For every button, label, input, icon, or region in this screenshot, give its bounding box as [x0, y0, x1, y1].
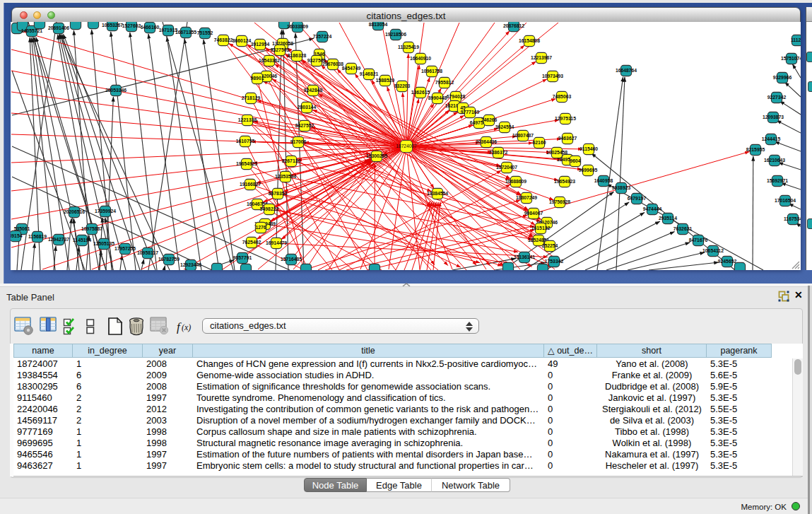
svg-text:832203: 832203 [394, 83, 411, 88]
svg-text:19756928: 19756928 [549, 199, 570, 204]
svg-text:9699695: 9699695 [579, 168, 598, 173]
svg-text:3624554: 3624554 [495, 124, 514, 129]
svg-text:10973493: 10973493 [542, 74, 563, 78]
svg-text:252254: 252254 [542, 243, 558, 248]
svg-text:18724007: 18724007 [396, 144, 417, 148]
svg-text:7357224: 7357224 [313, 34, 332, 39]
svg-text:19654923: 19654923 [554, 179, 575, 184]
svg-text:20206516: 20206516 [64, 209, 85, 214]
svg-text:1145194: 1145194 [73, 238, 91, 243]
svg-text:(x): (x) [182, 322, 191, 332]
svg-text:f: f [177, 320, 182, 334]
svg-text:12213967: 12213967 [531, 55, 552, 60]
svg-text:10961758: 10961758 [421, 69, 442, 74]
svg-text:9777169: 9777169 [461, 110, 480, 115]
svg-text:1221338: 1221338 [238, 117, 257, 122]
svg-text:7625402: 7625402 [242, 240, 261, 245]
svg-text:29676038: 29676038 [322, 62, 343, 66]
svg-text:19654925: 19654925 [236, 161, 257, 166]
svg-text:10975887: 10975887 [81, 226, 102, 231]
svg-text:16640910: 16640910 [410, 56, 431, 61]
svg-text:18300295: 18300295 [366, 153, 387, 158]
svg-text:1156819: 1156819 [28, 234, 47, 239]
svg-text:1615132: 1615132 [531, 226, 551, 230]
svg-text:8267130: 8267130 [282, 158, 301, 163]
svg-text:12942737: 12942737 [48, 237, 69, 242]
svg-text:16782759: 16782759 [158, 257, 180, 262]
svg-text:12505135: 12505135 [93, 241, 114, 246]
svg-text:9857791: 9857791 [233, 255, 252, 260]
svg-text:16543362: 16543362 [259, 58, 280, 63]
svg-text:18807249: 18807249 [516, 195, 537, 200]
svg-text:7485063: 7485063 [553, 94, 572, 99]
svg-text:9242848: 9242848 [304, 88, 323, 93]
svg-text:6479197: 6479197 [628, 196, 647, 201]
svg-text:16210643: 16210643 [764, 158, 785, 163]
svg-text:746266: 746266 [481, 117, 498, 122]
svg-text:9115460: 9115460 [579, 146, 598, 151]
svg-text:1527602: 1527602 [122, 23, 141, 28]
svg-text:751552: 751552 [197, 30, 213, 35]
svg-text:7463822: 7463822 [214, 37, 233, 42]
svg-text:9474444: 9474444 [643, 206, 662, 211]
svg-text:1244415: 1244415 [762, 136, 781, 141]
svg-text:98901: 98901 [251, 76, 264, 81]
svg-text:10653267: 10653267 [102, 23, 123, 28]
svg-text:1640958: 1640958 [594, 178, 613, 183]
svg-text:16154808: 16154808 [519, 38, 540, 43]
svg-text:15751074: 15751074 [781, 56, 801, 61]
svg-text:10807487: 10807487 [512, 133, 534, 138]
svg-text:7386372: 7386372 [489, 150, 508, 155]
svg-text:5498222: 5498222 [260, 206, 279, 211]
svg-text:11120: 11120 [791, 37, 801, 42]
svg-text:15720407: 15720407 [496, 165, 517, 170]
svg-text:10688609: 10688609 [505, 179, 526, 184]
svg-text:20876812: 20876812 [503, 23, 524, 28]
svg-text:2803144: 2803144 [298, 105, 317, 110]
svg-text:2935114: 2935114 [659, 216, 677, 221]
svg-text:17016504: 17016504 [775, 198, 796, 203]
svg-text:62160: 62160 [533, 140, 546, 145]
svg-text:1276: 1276 [255, 225, 266, 230]
svg-text:8215955: 8215955 [746, 147, 765, 152]
svg-text:6466160: 6466160 [141, 25, 160, 30]
svg-text:15136141: 15136141 [514, 255, 535, 259]
svg-text:19166827: 19166827 [240, 182, 261, 187]
svg-text:16914479: 16914479 [266, 240, 287, 245]
svg-text:7632621: 7632621 [673, 226, 693, 231]
svg-text:20364436: 20364436 [476, 139, 497, 144]
svg-text:3912954: 3912954 [251, 42, 270, 47]
svg-text:9327503: 9327503 [271, 47, 290, 52]
svg-text:19218506: 19218506 [385, 32, 406, 37]
svg-text:8454749: 8454749 [342, 66, 361, 71]
svg-text:917006: 917006 [290, 139, 307, 144]
svg-text:8471676: 8471676 [689, 238, 708, 243]
svg-text:8990448: 8990448 [428, 95, 447, 100]
svg-text:1610755: 1610755 [236, 139, 255, 144]
svg-text:9227342: 9227342 [767, 95, 787, 100]
svg-text:1167534: 1167534 [784, 216, 801, 221]
svg-text:10654112: 10654112 [702, 248, 724, 253]
svg-text:15692971: 15692971 [767, 178, 788, 183]
svg-text:12093873: 12093873 [763, 115, 784, 119]
svg-text:8813054: 8813054 [369, 22, 388, 27]
svg-text:17359924: 17359924 [95, 209, 116, 214]
svg-text:15716485: 15716485 [281, 257, 302, 262]
svg-text:1588520: 1588520 [376, 78, 395, 83]
svg-text:12353594: 12353594 [275, 174, 296, 179]
svg-text:9245652: 9245652 [718, 259, 737, 264]
svg-text:20053346: 20053346 [105, 88, 126, 93]
svg-text:9604: 9604 [570, 158, 580, 163]
svg-text:12923446: 12923446 [180, 262, 201, 267]
svg-text:14055721: 14055721 [21, 28, 42, 33]
svg-text:11325419: 11325419 [398, 45, 419, 49]
svg-text:9146821: 9146821 [360, 71, 379, 76]
svg-text:16671355: 16671355 [175, 30, 196, 35]
svg-text:2718129: 2718129 [242, 95, 261, 100]
svg-text:8660124: 8660124 [233, 38, 252, 43]
svg-text:7955812: 7955812 [435, 80, 454, 85]
svg-text:17957255: 17957255 [114, 246, 136, 251]
svg-text:1753342: 1753342 [545, 259, 564, 264]
svg-text:10958117: 10958117 [137, 250, 158, 255]
svg-text:5938923: 5938923 [612, 185, 631, 190]
